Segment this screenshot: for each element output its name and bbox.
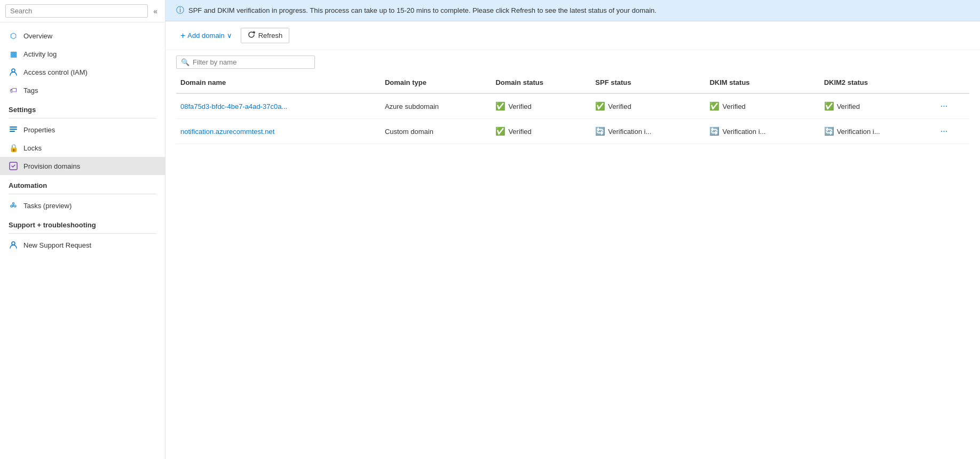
table-row: 08fa75d3-bfdc-4be7-a4ad-37c0a... Azure s… bbox=[176, 93, 969, 119]
tasks-icon bbox=[9, 201, 18, 210]
svg-point-6 bbox=[14, 205, 16, 207]
cell-spf-status: ✅Verified bbox=[591, 93, 705, 119]
refresh-button[interactable]: Refresh bbox=[241, 28, 290, 43]
sidebar-item-label: Tags bbox=[23, 86, 38, 94]
main-content: ⓘ SPF and DKIM verification in progress.… bbox=[165, 0, 980, 459]
svg-rect-2 bbox=[10, 129, 17, 130]
locks-icon: 🔒 bbox=[9, 143, 18, 153]
chevron-down-icon: ∨ bbox=[227, 31, 232, 39]
status-text: Verification i... bbox=[608, 128, 651, 136]
sidebar-item-label: New Support Request bbox=[23, 241, 91, 249]
refresh-label: Refresh bbox=[258, 31, 283, 39]
sidebar-item-properties[interactable]: Properties bbox=[0, 121, 165, 139]
status-text: Verified bbox=[508, 102, 531, 110]
sidebar-item-access-control[interactable]: Access control (IAM) bbox=[0, 63, 165, 81]
domain-name-link[interactable]: notification.azurecommtest.net bbox=[180, 128, 274, 136]
table-header-row: Domain name Domain type Domain status SP… bbox=[176, 72, 969, 93]
col-header-dkim-status: DKIM status bbox=[705, 72, 819, 93]
cell-dkim2-status: ✅Verified bbox=[820, 93, 934, 119]
refresh-icon bbox=[248, 31, 255, 40]
svg-point-0 bbox=[12, 69, 15, 72]
svg-rect-1 bbox=[10, 126, 17, 128]
status-text: Verified bbox=[508, 128, 531, 136]
access-control-icon bbox=[9, 67, 18, 77]
sidebar-search-bar: « bbox=[0, 0, 165, 22]
verified-icon: ✅ bbox=[495, 126, 505, 136]
filter-bar: 🔍 bbox=[165, 50, 980, 72]
filter-input-wrapper: 🔍 bbox=[176, 56, 315, 69]
status-text: Verification i... bbox=[722, 128, 765, 136]
search-input[interactable] bbox=[5, 4, 148, 18]
cell-domain-status: ✅Verified bbox=[491, 119, 591, 144]
add-domain-button[interactable]: + Add domain ∨ bbox=[176, 29, 236, 43]
svg-point-7 bbox=[13, 203, 14, 204]
sidebar-item-tags[interactable]: 🏷 Tags bbox=[0, 81, 165, 99]
support-icon bbox=[9, 240, 18, 250]
cell-spf-status: 🔄Verification i... bbox=[591, 119, 705, 144]
sidebar-item-label: Tasks (preview) bbox=[23, 202, 72, 210]
filter-by-name-input[interactable] bbox=[193, 58, 310, 66]
col-header-spf-status: SPF status bbox=[591, 72, 705, 93]
properties-icon bbox=[9, 125, 18, 134]
sidebar-item-tasks[interactable]: Tasks (preview) bbox=[0, 196, 165, 215]
domain-name-link[interactable]: 08fa75d3-bfdc-4be7-a4ad-37c0a... bbox=[180, 102, 287, 110]
add-icon: + bbox=[180, 31, 185, 41]
sidebar-item-label: Activity log bbox=[23, 50, 57, 58]
col-header-domain-name: Domain name bbox=[176, 72, 381, 93]
table-body: 08fa75d3-bfdc-4be7-a4ad-37c0a... Azure s… bbox=[176, 93, 969, 144]
sidebar-item-label: Access control (IAM) bbox=[23, 68, 88, 76]
info-icon: ⓘ bbox=[176, 5, 184, 15]
cell-more-actions: ··· bbox=[934, 93, 969, 119]
status-text: Verified bbox=[837, 102, 860, 110]
more-actions-button[interactable]: ··· bbox=[938, 100, 950, 112]
automation-section-header: Automation bbox=[0, 175, 165, 192]
cell-domain-status: ✅Verified bbox=[491, 93, 591, 119]
sidebar-item-label: Properties bbox=[23, 126, 55, 134]
verified-icon: ✅ bbox=[595, 101, 605, 111]
cell-domain-name: notification.azurecommtest.net bbox=[176, 119, 381, 144]
cell-domain-type: Custom domain bbox=[381, 119, 491, 144]
activity-log-icon: ▦ bbox=[9, 49, 18, 59]
sidebar-item-locks[interactable]: 🔒 Locks bbox=[0, 139, 165, 157]
sidebar-item-label: Provision domains bbox=[23, 162, 80, 170]
automation-divider bbox=[9, 194, 156, 194]
inprogress-icon: 🔄 bbox=[709, 126, 720, 136]
cell-dkim-status: ✅Verified bbox=[705, 93, 819, 119]
sidebar-nav: ⬡ Overview ▦ Activity log Access control… bbox=[0, 22, 165, 258]
col-header-actions bbox=[934, 72, 969, 93]
more-actions-button[interactable]: ··· bbox=[938, 125, 950, 137]
inprogress-icon: 🔄 bbox=[824, 126, 834, 136]
verified-icon: ✅ bbox=[495, 101, 505, 111]
overview-icon: ⬡ bbox=[9, 31, 18, 41]
svg-point-8 bbox=[12, 242, 15, 245]
provision-domains-icon bbox=[9, 161, 18, 171]
settings-divider bbox=[9, 118, 156, 118]
cell-dkim-status: 🔄Verification i... bbox=[705, 119, 819, 144]
svg-rect-3 bbox=[10, 131, 15, 132]
tags-icon: 🏷 bbox=[9, 85, 18, 95]
domain-table: Domain name Domain type Domain status SP… bbox=[176, 72, 969, 144]
col-header-domain-type: Domain type bbox=[381, 72, 491, 93]
sidebar-item-activity-log[interactable]: ▦ Activity log bbox=[0, 45, 165, 63]
collapse-button[interactable]: « bbox=[151, 6, 160, 17]
verified-icon: ✅ bbox=[824, 101, 834, 111]
sidebar-item-label: Locks bbox=[23, 144, 42, 152]
inprogress-icon: 🔄 bbox=[595, 126, 605, 136]
sidebar-item-overview[interactable]: ⬡ Overview bbox=[0, 27, 165, 45]
table-row: notification.azurecommtest.net Custom do… bbox=[176, 119, 969, 144]
sidebar-item-new-support[interactable]: New Support Request bbox=[0, 236, 165, 254]
sidebar-item-provision-domains[interactable]: Provision domains bbox=[0, 157, 165, 175]
info-banner: ⓘ SPF and DKIM verification in progress.… bbox=[165, 0, 980, 21]
status-text: Verification i... bbox=[837, 128, 880, 136]
cell-domain-type: Azure subdomain bbox=[381, 93, 491, 119]
toolbar: + Add domain ∨ Refresh bbox=[165, 21, 980, 50]
cell-dkim2-status: 🔄Verification i... bbox=[820, 119, 934, 144]
col-header-domain-status: Domain status bbox=[491, 72, 591, 93]
cell-domain-name: 08fa75d3-bfdc-4be7-a4ad-37c0a... bbox=[176, 93, 381, 119]
status-text: Verified bbox=[608, 102, 631, 110]
add-domain-label: Add domain bbox=[187, 31, 224, 39]
domain-table-container: Domain name Domain type Domain status SP… bbox=[165, 72, 980, 459]
support-divider bbox=[9, 233, 156, 234]
sidebar: « ⬡ Overview ▦ Activity log Access contr… bbox=[0, 0, 165, 459]
status-text: Verified bbox=[722, 102, 745, 110]
